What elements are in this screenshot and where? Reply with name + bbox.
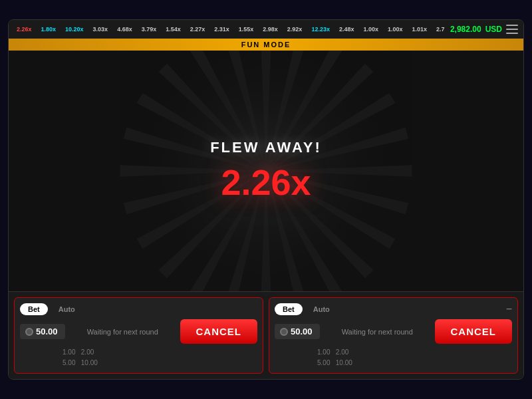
bet-panel-left: Bet Auto 50.00 Waiting for next round CA… — [14, 297, 263, 374]
mult-badge: 2.48x — [336, 25, 357, 33]
quick-bets-row-right: 1.00 2.00 5.00 10.00 — [275, 348, 512, 368]
quick-bets-row-left: 1.00 2.00 5.00 10.00 — [20, 348, 257, 368]
mult-badge: 1.55x — [236, 25, 257, 33]
waiting-label-left: Waiting for next round — [87, 328, 158, 336]
panel-tabs-left: Bet Auto — [20, 303, 257, 315]
bet-value-left: 50.00 — [36, 327, 60, 336]
mult-badge: 1.54x — [163, 25, 184, 33]
game-area: FLEW AWAY! 2.26x — [9, 51, 523, 291]
mult-badge: 2.75x — [434, 25, 445, 33]
panel-row-left: 50.00 Waiting for next round CANCEL — [20, 319, 257, 344]
mult-badge: 1.80x — [39, 25, 59, 33]
mult-badge: 2.98x — [260, 25, 281, 33]
tab-bet-left[interactable]: Bet — [20, 303, 48, 315]
mult-badge: 2.27x — [188, 25, 208, 33]
cancel-button-left[interactable]: CANCEL — [180, 319, 258, 344]
mult-badge: 10.20x — [63, 25, 86, 33]
mult-badge: 1.00x — [360, 25, 381, 33]
game-window: 2.26x 1.80x 10.20x 3.03x 4.68x 3.79x 1.5… — [8, 19, 524, 380]
bet-circle-icon-left — [25, 328, 33, 336]
bet-value-right: 50.00 — [291, 327, 315, 336]
multipliers-list: 2.26x 1.80x 10.20x 3.03x 4.68x 3.79x 1.5… — [14, 25, 445, 33]
fun-mode-banner: FUN MODE — [9, 39, 523, 51]
menu-icon[interactable] — [506, 25, 518, 34]
tab-bet-right[interactable]: Bet — [275, 303, 303, 315]
bottom-panel: Bet Auto 50.00 Waiting for next round CA… — [9, 291, 523, 379]
mult-badge: 12.23x — [309, 25, 332, 33]
mult-badge: 2.92x — [285, 25, 305, 33]
fun-mode-label: FUN MODE — [241, 41, 291, 49]
panel-tabs-right: Bet Auto − — [275, 303, 512, 315]
balance-area: 2,982.00 USD — [450, 25, 518, 34]
mult-badge: 1.00x — [385, 25, 406, 33]
mult-badge: 2.31x — [211, 25, 232, 33]
mult-badge: 2.26x — [14, 25, 35, 33]
multiplier-display: 2.26x — [210, 162, 322, 203]
balance-value: 2,982.00 — [450, 25, 481, 34]
panel-row-right: 50.00 Waiting for next round CANCEL — [275, 319, 512, 344]
bet-panel-right: Bet Auto − 50.00 Waiting for next round … — [269, 297, 518, 374]
bet-circle-icon-right — [280, 328, 288, 336]
game-center: FLEW AWAY! 2.26x — [210, 139, 322, 203]
cancel-button-right[interactable]: CANCEL — [435, 319, 513, 344]
quick-bets-right: 1.00 2.00 5.00 10.00 — [317, 348, 352, 368]
tab-auto-right[interactable]: Auto — [305, 303, 338, 315]
top-bar: 2.26x 1.80x 10.20x 3.03x 4.68x 3.79x 1.5… — [9, 20, 523, 39]
mult-badge: 4.68x — [114, 25, 135, 33]
quick-bets-left: 1.00 2.00 5.00 10.00 — [63, 348, 98, 368]
bet-input-right[interactable]: 50.00 — [275, 324, 320, 339]
mult-badge: 1.01x — [410, 25, 430, 33]
bet-input-left[interactable]: 50.00 — [20, 324, 65, 339]
currency-label: USD — [485, 25, 502, 34]
tab-auto-left[interactable]: Auto — [51, 303, 83, 315]
mult-badge: 3.03x — [90, 25, 111, 33]
flew-away-text: FLEW AWAY! — [210, 139, 322, 156]
mult-badge: 3.79x — [139, 25, 160, 33]
waiting-label-right: Waiting for next round — [342, 328, 413, 336]
panel-minus-right[interactable]: − — [506, 303, 512, 315]
